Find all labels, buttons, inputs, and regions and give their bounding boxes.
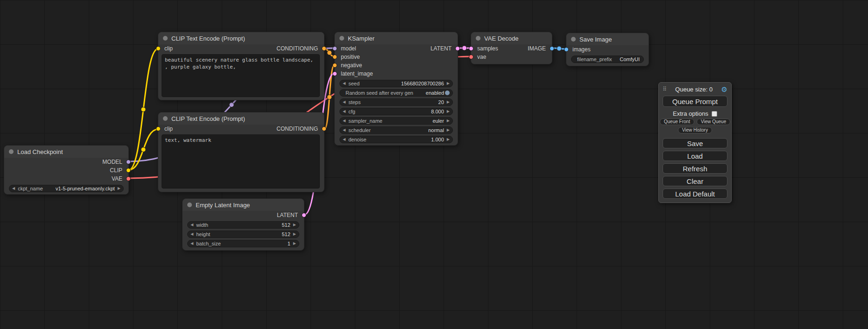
- decrement-arrow-icon[interactable]: ◀: [343, 100, 346, 104]
- input-port-positive[interactable]: [332, 55, 337, 59]
- random-seed-toggle-widget[interactable]: Random seed after every gen enabled: [339, 89, 453, 97]
- decrement-arrow-icon[interactable]: ◀: [343, 82, 346, 85]
- increment-arrow-icon[interactable]: ▶: [447, 128, 450, 132]
- collapse-dot-icon[interactable]: [476, 36, 480, 41]
- view-history-button[interactable]: View History: [678, 127, 712, 133]
- node-title-bar[interactable]: CLIP Text Encode (Prompt): [158, 32, 324, 44]
- input-port-vae[interactable]: [469, 55, 473, 59]
- input-port-latent-image[interactable]: [332, 71, 337, 76]
- scheduler-widget[interactable]: ◀ scheduler normal ▶: [339, 126, 453, 134]
- seed-widget[interactable]: ◀ seed 156680208700286 ▶: [339, 80, 453, 87]
- input-label-images: images: [572, 46, 591, 53]
- node-load-checkpoint[interactable]: Load Checkpoint MODEL CLIP VAE ◀ ckpt_na…: [4, 145, 129, 195]
- positive-prompt-textarea[interactable]: beautiful scenery nature glass bottle la…: [162, 54, 320, 97]
- collapse-dot-icon[interactable]: [163, 116, 168, 121]
- node-title-bar[interactable]: KSampler: [335, 32, 458, 44]
- decrement-arrow-icon[interactable]: ◀: [191, 232, 193, 236]
- node-title-bar[interactable]: CLIP Text Encode (Prompt): [158, 112, 324, 125]
- collapse-dot-icon[interactable]: [187, 203, 192, 207]
- decrement-arrow-icon[interactable]: ◀: [343, 110, 346, 113]
- increment-arrow-icon[interactable]: ▶: [447, 82, 450, 85]
- save-button[interactable]: Save: [663, 138, 727, 148]
- output-label-image: IMAGE: [528, 45, 546, 52]
- increment-arrow-icon[interactable]: ▶: [447, 119, 450, 123]
- node-save-image[interactable]: Save Image images filename_prefix ComfyU…: [566, 33, 649, 66]
- cfg-widget[interactable]: ◀ cfg 8.000 ▶: [339, 108, 453, 115]
- batch-size-widget[interactable]: ◀ batch_size 1 ▶: [187, 240, 299, 247]
- decrement-arrow-icon[interactable]: ◀: [343, 119, 346, 123]
- output-port-latent[interactable]: [302, 213, 306, 217]
- queue-prompt-button[interactable]: Queue Prompt: [663, 96, 727, 107]
- width-widget[interactable]: ◀ width 512 ▶: [187, 221, 299, 229]
- widget-label: denoise: [348, 137, 367, 142]
- extra-options-checkbox[interactable]: [712, 111, 717, 117]
- collapse-dot-icon[interactable]: [571, 37, 576, 42]
- increment-arrow-icon[interactable]: ▶: [118, 187, 120, 190]
- output-port-conditioning[interactable]: [322, 46, 326, 51]
- increment-arrow-icon[interactable]: ▶: [293, 242, 296, 245]
- steps-widget[interactable]: ◀ steps 20 ▶: [339, 98, 453, 106]
- output-port-conditioning[interactable]: [322, 126, 326, 131]
- filename-prefix-widget[interactable]: filename_prefix ComfyUI: [571, 56, 644, 63]
- clear-button[interactable]: Clear: [663, 176, 727, 186]
- node-title-bar[interactable]: Load Checkpoint: [4, 146, 128, 158]
- queue-front-button[interactable]: Queue Front: [660, 119, 694, 125]
- decrement-arrow-icon[interactable]: ◀: [12, 187, 15, 190]
- widget-label: scheduler: [348, 127, 371, 133]
- node-ksampler[interactable]: KSampler model LATENT positive negative …: [334, 32, 458, 146]
- load-button[interactable]: Load: [663, 151, 727, 161]
- widget-value: enabled: [426, 90, 444, 96]
- increment-arrow-icon[interactable]: ▶: [293, 223, 296, 227]
- collapse-dot-icon[interactable]: [163, 36, 168, 41]
- increment-arrow-icon[interactable]: ▶: [447, 100, 450, 104]
- input-port-model[interactable]: [332, 46, 337, 51]
- decrement-arrow-icon[interactable]: ◀: [191, 223, 193, 227]
- node-clip-text-encode-positive[interactable]: CLIP Text Encode (Prompt) clip CONDITION…: [158, 32, 325, 100]
- denoise-widget[interactable]: ◀ denoise 1.000 ▶: [339, 136, 453, 143]
- input-port-negative[interactable]: [332, 63, 337, 68]
- output-port-latent[interactable]: [455, 46, 460, 51]
- output-port-vae[interactable]: [126, 176, 131, 181]
- link-midpoint-dot: [557, 46, 562, 51]
- output-port-model[interactable]: [126, 160, 131, 164]
- output-label-latent: LATENT: [277, 212, 298, 218]
- sampler-name-widget[interactable]: ◀ sampler_name euler ▶: [339, 117, 453, 125]
- output-port-clip[interactable]: [126, 168, 131, 173]
- refresh-button[interactable]: Refresh: [663, 163, 727, 174]
- input-port-clip[interactable]: [156, 126, 161, 131]
- increment-arrow-icon[interactable]: ▶: [447, 138, 450, 141]
- decrement-arrow-icon[interactable]: ◀: [191, 242, 193, 245]
- load-default-button[interactable]: Load Default: [663, 189, 727, 199]
- ckpt-name-widget[interactable]: ◀ ckpt_name v1-5-pruned-emaonly.ckpt ▶: [9, 185, 124, 192]
- view-queue-button[interactable]: View Queue: [697, 119, 730, 125]
- node-title-bar[interactable]: Empty Latent Image: [183, 199, 304, 211]
- settings-gear-icon[interactable]: ⚙: [721, 86, 727, 93]
- widget-value: 20: [438, 99, 444, 105]
- input-port-images[interactable]: [564, 47, 569, 52]
- node-title-bar[interactable]: Save Image: [566, 33, 649, 45]
- widget-label: height: [196, 231, 210, 237]
- increment-arrow-icon[interactable]: ▶: [447, 110, 450, 113]
- collapse-dot-icon[interactable]: [339, 36, 344, 41]
- drag-handle-icon[interactable]: ⠿: [663, 86, 667, 92]
- input-label-vae: vae: [477, 54, 486, 60]
- toggle-dot-icon[interactable]: [445, 91, 450, 95]
- node-title-bar[interactable]: VAE Decode: [471, 32, 552, 44]
- decrement-arrow-icon[interactable]: ◀: [343, 128, 346, 132]
- node-clip-text-encode-negative[interactable]: CLIP Text Encode (Prompt) clip CONDITION…: [158, 112, 325, 192]
- node-title: Save Image: [579, 36, 612, 43]
- input-port-samples[interactable]: [469, 46, 473, 51]
- height-widget[interactable]: ◀ height 512 ▶: [187, 231, 299, 238]
- node-title: Empty Latent Image: [196, 202, 250, 209]
- negative-prompt-textarea[interactable]: text, watermark: [162, 134, 320, 189]
- node-empty-latent-image[interactable]: Empty Latent Image LATENT ◀ width 512 ▶ …: [182, 198, 304, 251]
- output-port-image[interactable]: [550, 46, 554, 51]
- comfyui-canvas[interactable]: { "colors": { "model": "#B39DDB", "clip"…: [0, 0, 868, 329]
- input-port-clip[interactable]: [156, 46, 161, 51]
- increment-arrow-icon[interactable]: ▶: [293, 232, 296, 236]
- decrement-arrow-icon[interactable]: ◀: [343, 138, 346, 141]
- collapse-dot-icon[interactable]: [9, 149, 14, 154]
- node-title: CLIP Text Encode (Prompt): [171, 115, 245, 122]
- node-vae-decode[interactable]: VAE Decode samples IMAGE vae: [471, 32, 552, 64]
- input-label-model: model: [341, 45, 356, 52]
